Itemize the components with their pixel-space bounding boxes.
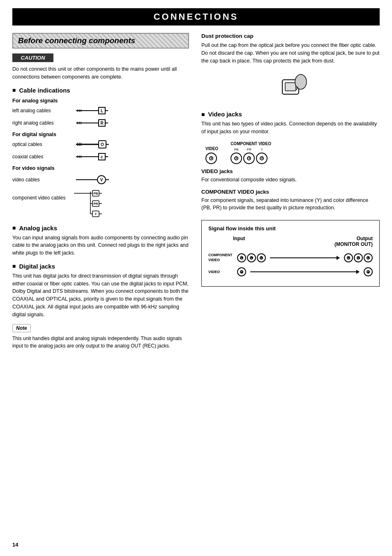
sf-comp-inner2 [250,256,253,259]
sf-comp-out-dot1 [348,257,349,258]
pr-rca-jack [243,153,255,164]
analog-jacks-heading: Analog jacks [12,225,189,232]
svg-text:PB: PB [93,192,98,195]
before-connecting-heading: Before connecting components [12,33,189,49]
y-label: Y [256,148,267,151]
sf-comp-out-dot2 [358,257,359,258]
digital-signals-heading: For digital signals [12,132,189,137]
note-section: Note This unit handles digital and analo… [12,324,189,350]
pb-rca-inner [234,156,238,160]
cable-row-left: left analog cables L [12,106,189,115]
signal-flow-arrow-comp [266,256,344,260]
sf-vid-out-dot1 [368,271,369,273]
arrow-head-vid [356,270,360,274]
sf-vid-out1 [364,267,373,276]
signal-flow-header: Input Output (MONITOR OUT) [208,236,373,249]
rca-dot [211,158,212,159]
signal-flow-component-row: COMPONENTVIDEO [208,253,373,262]
pr-rca-inner [247,156,251,160]
svg-text:C: C [101,155,104,159]
cable-diagram-V: V [74,174,113,186]
arrow-line-vid [250,271,356,272]
caution-label: CAUTION [12,53,53,62]
left-column: Before connecting components CAUTION Do … [12,33,189,350]
sf-vid-out-inner1 [367,270,370,273]
sf-comp-inner1 [240,256,243,259]
component-video-type-heading: COMPONENT VIDEO jacks [201,189,380,195]
sf-comp-out-dot3 [368,257,369,258]
svg-text:L: L [101,109,103,113]
cable-diagram-C: C [74,152,113,161]
sf-vid-inner1 [240,270,243,273]
signal-flow-video-output [364,267,373,276]
video-jacks-section: Video jacks This unit has two types of v… [201,111,380,287]
sf-comp-dot1 [241,257,242,258]
dust-cap-image [201,70,380,102]
svg-point-48 [295,74,307,89]
cable-label-component: component video cables [12,195,70,201]
analog-jacks-text: You can input analog signals from audio … [12,234,189,257]
cable-row-right: right analog cables R [12,118,189,127]
svg-text:O: O [101,142,104,147]
arrow-head [337,256,340,260]
signal-flow-arrow-vid [246,270,364,274]
svg-text:V: V [100,178,103,182]
pb-rca-jack [231,153,242,164]
cable-label-optical: optical cables [12,141,70,147]
video-signals-heading: For video signals [12,165,189,171]
dust-protection-heading: Dust protection cap [201,33,380,39]
sf-comp-out-inner2 [357,256,360,259]
sf-comp-out2 [354,253,363,262]
svg-text:R: R [100,121,104,125]
sf-vid-jack1 [237,267,246,276]
digital-jacks-section: Digital jacks This unit has digital jack… [12,263,189,319]
pr-dot [249,158,250,159]
signal-flow-component-input [237,253,266,262]
dust-protection-text: Pull out the cap from the optical jack b… [201,42,380,65]
digital-jacks-heading: Digital jacks [12,263,189,270]
svg-text:Y: Y [95,212,97,216]
sf-comp-jack3 [257,253,266,262]
signal-flow-video-input [237,267,246,276]
page-number: 14 [12,542,18,548]
cable-indications-section: Cable indications For analog signals lef… [12,87,189,218]
cable-row-coaxial: coaxial cables C [12,152,189,161]
analog-signals-heading: For analog signals [12,98,189,104]
signal-flow-video-label: VIDEO [208,270,237,274]
cable-row-optical: optical cables O [12,140,189,149]
rca-inner [209,156,213,160]
cable-label-coaxial: coaxial cables [12,154,70,160]
sf-comp-inner3 [260,256,263,259]
video-rca-jack [205,153,217,164]
sf-comp-jack1 [237,253,246,262]
svg-rect-47 [285,83,296,91]
component-video-label: COMPONENT VIDEO [231,141,271,146]
sf-comp-dot3 [261,257,262,258]
component-video-jack-group: COMPONENT VIDEO PB [231,141,271,164]
pb-dot [236,158,237,159]
note-text: This unit handles digital and analog sig… [12,335,189,350]
arrow-line [270,257,337,258]
signal-flow-component-label: COMPONENTVIDEO [208,253,237,262]
sf-vid-dot1 [241,271,242,273]
signal-flow-title: Signal flow inside this unit [208,225,373,232]
cable-diagram-O: O [74,140,113,149]
video-label: VIDEO [205,146,218,151]
video-jacks-type-heading: VIDEO jacks [201,168,380,174]
sf-comp-out-inner1 [347,256,350,259]
video-single-jack [205,153,218,164]
sf-comp-out-inner3 [367,256,370,259]
cable-label-right: right analog cables [12,120,70,126]
y-dot [261,158,263,159]
svg-text:PR: PR [93,202,98,206]
pb-label: PB [231,148,242,151]
output-header: Output (MONITOR OUT) [334,236,373,247]
signal-flow-component-output [344,253,373,262]
video-jacks-text: This unit has two types of video jacks. … [201,120,380,136]
caution-text: Do not connect this unit or other compon… [12,65,189,81]
page-header: CONNECTIONS [12,8,380,25]
cable-indications-heading: Cable indications [12,87,189,94]
note-label: Note [12,324,31,332]
pr-label: PR [243,148,255,151]
component-video-type-text: For component signals, separated into lu… [201,197,380,212]
